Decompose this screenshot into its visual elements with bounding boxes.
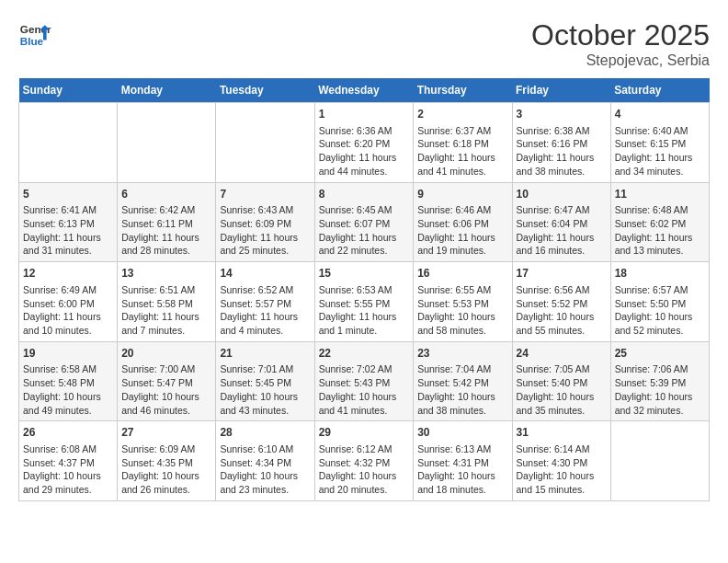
calendar-cell: 14Sunrise: 6:52 AM Sunset: 5:57 PM Dayli… — [216, 262, 314, 342]
calendar-cell: 22Sunrise: 7:02 AM Sunset: 5:43 PM Dayli… — [314, 341, 414, 421]
calendar-cell: 11Sunrise: 6:48 AM Sunset: 6:02 PM Dayli… — [610, 182, 709, 262]
location: Stepojevac, Serbia — [531, 52, 710, 69]
day-number: 22 — [319, 346, 410, 362]
day-info: Sunrise: 6:58 AM Sunset: 5:48 PM Dayligh… — [23, 362, 113, 417]
day-info: Sunrise: 6:36 AM Sunset: 6:20 PM Dayligh… — [319, 124, 410, 178]
calendar-cell — [610, 421, 709, 501]
day-number: 26 — [23, 425, 113, 441]
weekday-header: Tuesday — [216, 78, 314, 103]
calendar-cell: 9Sunrise: 6:46 AM Sunset: 6:06 PM Daylig… — [414, 182, 512, 262]
day-info: Sunrise: 6:45 AM Sunset: 6:07 PM Dayligh… — [319, 203, 410, 258]
calendar-cell: 15Sunrise: 6:53 AM Sunset: 5:55 PM Dayli… — [314, 262, 414, 342]
day-number: 11 — [615, 187, 705, 202]
title-block: October 2025 Stepojevac, Serbia — [531, 18, 710, 69]
day-number: 23 — [417, 346, 507, 362]
day-info: Sunrise: 7:02 AM Sunset: 5:43 PM Dayligh… — [319, 362, 410, 417]
day-number: 9 — [417, 187, 507, 202]
day-info: Sunrise: 7:01 AM Sunset: 5:45 PM Dayligh… — [220, 362, 310, 417]
calendar-cell: 10Sunrise: 6:47 AM Sunset: 6:04 PM Dayli… — [512, 182, 610, 262]
calendar-cell — [19, 103, 118, 183]
day-info: Sunrise: 6:51 AM Sunset: 5:58 PM Dayligh… — [121, 283, 211, 338]
weekday-header: Monday — [118, 78, 216, 103]
day-number: 21 — [220, 346, 310, 362]
day-number: 28 — [220, 425, 310, 441]
weekday-header: Friday — [512, 78, 610, 103]
day-info: Sunrise: 6:13 AM Sunset: 4:31 PM Dayligh… — [417, 442, 507, 497]
day-info: Sunrise: 6:08 AM Sunset: 4:37 PM Dayligh… — [23, 442, 113, 497]
weekday-header: Saturday — [610, 78, 709, 103]
day-info: Sunrise: 7:00 AM Sunset: 5:47 PM Dayligh… — [121, 362, 211, 417]
weekday-header: Wednesday — [314, 78, 414, 103]
day-info: Sunrise: 6:55 AM Sunset: 5:53 PM Dayligh… — [417, 283, 507, 338]
calendar-cell: 21Sunrise: 7:01 AM Sunset: 5:45 PM Dayli… — [216, 341, 314, 421]
day-number: 16 — [417, 266, 507, 282]
day-number: 6 — [121, 187, 211, 202]
calendar-table: SundayMondayTuesdayWednesdayThursdayFrid… — [18, 78, 710, 501]
day-info: Sunrise: 6:47 AM Sunset: 6:04 PM Dayligh… — [517, 203, 607, 258]
day-info: Sunrise: 6:10 AM Sunset: 4:34 PM Dayligh… — [220, 442, 310, 497]
calendar-cell: 20Sunrise: 7:00 AM Sunset: 5:47 PM Dayli… — [118, 341, 216, 421]
day-info: Sunrise: 6:41 AM Sunset: 6:13 PM Dayligh… — [23, 203, 113, 258]
day-number: 1 — [319, 107, 410, 122]
day-number: 7 — [220, 187, 310, 202]
calendar-cell: 1Sunrise: 6:36 AM Sunset: 6:20 PM Daylig… — [314, 103, 414, 183]
calendar-cell: 29Sunrise: 6:12 AM Sunset: 4:32 PM Dayli… — [314, 421, 414, 501]
day-number: 25 — [615, 346, 705, 362]
day-info: Sunrise: 6:49 AM Sunset: 6:00 PM Dayligh… — [23, 283, 113, 338]
day-info: Sunrise: 7:05 AM Sunset: 5:40 PM Dayligh… — [517, 362, 607, 417]
day-number: 24 — [517, 346, 607, 362]
day-number: 15 — [319, 266, 410, 282]
day-number: 12 — [23, 266, 113, 282]
day-number: 13 — [121, 266, 211, 282]
day-info: Sunrise: 6:14 AM Sunset: 4:30 PM Dayligh… — [517, 442, 607, 497]
day-info: Sunrise: 6:52 AM Sunset: 5:57 PM Dayligh… — [220, 283, 310, 338]
calendar-cell: 4Sunrise: 6:40 AM Sunset: 6:15 PM Daylig… — [610, 103, 709, 183]
day-number: 10 — [517, 187, 607, 202]
day-info: Sunrise: 6:09 AM Sunset: 4:35 PM Dayligh… — [121, 442, 211, 497]
day-info: Sunrise: 6:12 AM Sunset: 4:32 PM Dayligh… — [319, 442, 410, 497]
calendar-cell: 18Sunrise: 6:57 AM Sunset: 5:50 PM Dayli… — [610, 262, 709, 342]
day-info: Sunrise: 6:48 AM Sunset: 6:02 PM Dayligh… — [615, 203, 705, 258]
calendar-cell: 17Sunrise: 6:56 AM Sunset: 5:52 PM Dayli… — [512, 262, 610, 342]
calendar-cell: 12Sunrise: 6:49 AM Sunset: 6:00 PM Dayli… — [19, 262, 118, 342]
calendar-cell: 3Sunrise: 6:38 AM Sunset: 6:16 PM Daylig… — [512, 103, 610, 183]
day-info: Sunrise: 6:42 AM Sunset: 6:11 PM Dayligh… — [121, 203, 211, 258]
day-number: 29 — [319, 425, 410, 441]
day-number: 18 — [615, 266, 705, 282]
calendar-cell: 26Sunrise: 6:08 AM Sunset: 4:37 PM Dayli… — [19, 421, 118, 501]
weekday-header: Thursday — [414, 78, 512, 103]
day-number: 3 — [517, 107, 607, 122]
calendar-cell: 8Sunrise: 6:45 AM Sunset: 6:07 PM Daylig… — [314, 182, 414, 262]
calendar-cell: 28Sunrise: 6:10 AM Sunset: 4:34 PM Dayli… — [216, 421, 314, 501]
day-number: 4 — [615, 107, 705, 122]
day-number: 14 — [220, 266, 310, 282]
day-info: Sunrise: 6:56 AM Sunset: 5:52 PM Dayligh… — [517, 283, 607, 338]
day-info: Sunrise: 6:37 AM Sunset: 6:18 PM Dayligh… — [417, 124, 507, 178]
day-number: 30 — [417, 425, 507, 441]
calendar-cell: 27Sunrise: 6:09 AM Sunset: 4:35 PM Dayli… — [118, 421, 216, 501]
day-info: Sunrise: 6:57 AM Sunset: 5:50 PM Dayligh… — [615, 283, 705, 338]
calendar-cell: 24Sunrise: 7:05 AM Sunset: 5:40 PM Dayli… — [512, 341, 610, 421]
day-number: 8 — [319, 187, 410, 202]
day-number: 5 — [23, 187, 113, 202]
day-info: Sunrise: 6:40 AM Sunset: 6:15 PM Dayligh… — [615, 124, 705, 178]
calendar-cell: 7Sunrise: 6:43 AM Sunset: 6:09 PM Daylig… — [216, 182, 314, 262]
calendar-cell — [216, 103, 314, 183]
calendar-cell: 5Sunrise: 6:41 AM Sunset: 6:13 PM Daylig… — [19, 182, 118, 262]
month-title: October 2025 — [531, 18, 710, 52]
svg-text:Blue: Blue — [20, 35, 44, 47]
calendar-cell: 30Sunrise: 6:13 AM Sunset: 4:31 PM Dayli… — [414, 421, 512, 501]
calendar-cell: 31Sunrise: 6:14 AM Sunset: 4:30 PM Dayli… — [512, 421, 610, 501]
day-number: 27 — [121, 425, 211, 441]
day-info: Sunrise: 6:53 AM Sunset: 5:55 PM Dayligh… — [319, 283, 410, 338]
day-number: 2 — [417, 107, 507, 122]
calendar-cell: 16Sunrise: 6:55 AM Sunset: 5:53 PM Dayli… — [414, 262, 512, 342]
day-number: 20 — [121, 346, 211, 362]
calendar-cell: 25Sunrise: 7:06 AM Sunset: 5:39 PM Dayli… — [610, 341, 709, 421]
calendar-cell: 13Sunrise: 6:51 AM Sunset: 5:58 PM Dayli… — [118, 262, 216, 342]
day-info: Sunrise: 6:43 AM Sunset: 6:09 PM Dayligh… — [220, 203, 310, 258]
day-info: Sunrise: 7:06 AM Sunset: 5:39 PM Dayligh… — [615, 362, 705, 417]
day-number: 17 — [517, 266, 607, 282]
page-header: General Blue October 2025 Stepojevac, Se… — [18, 18, 710, 69]
logo-icon: General Blue — [18, 18, 51, 52]
